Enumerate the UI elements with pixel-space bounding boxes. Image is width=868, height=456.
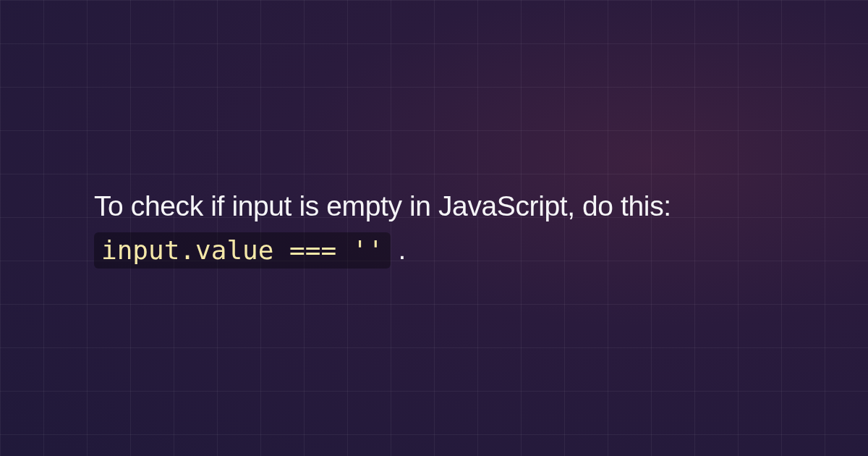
code-snippet: input.value === '' <box>94 232 391 269</box>
text-after-code: . <box>391 234 406 265</box>
text-before-code: To check if input is empty in JavaScript… <box>94 190 671 221</box>
content-container: To check if input is empty in JavaScript… <box>0 185 868 272</box>
tip-text: To check if input is empty in JavaScript… <box>94 185 774 272</box>
